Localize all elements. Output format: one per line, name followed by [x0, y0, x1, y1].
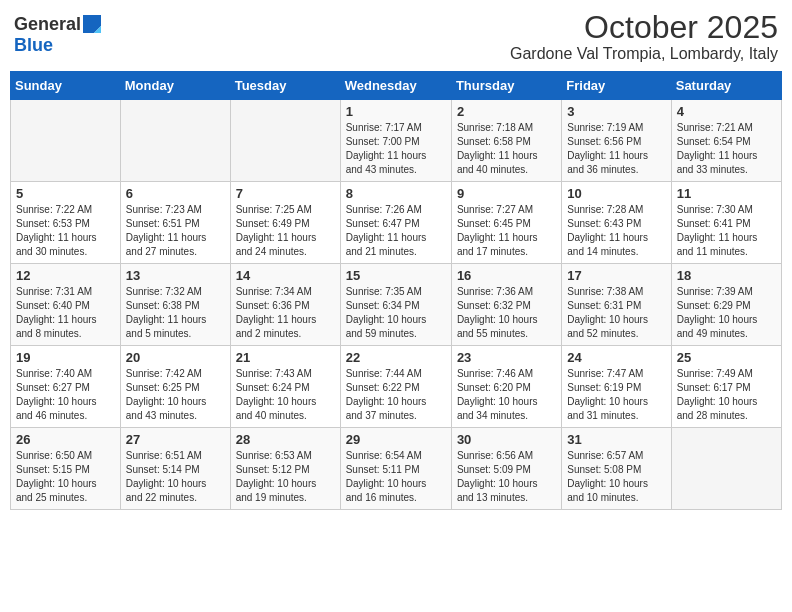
calendar-table: Sunday Monday Tuesday Wednesday Thursday… [10, 71, 782, 510]
day-number: 7 [236, 186, 335, 201]
calendar-cell: 1Sunrise: 7:17 AM Sunset: 7:00 PM Daylig… [340, 100, 451, 182]
day-number: 24 [567, 350, 665, 365]
calendar-cell: 25Sunrise: 7:49 AM Sunset: 6:17 PM Dayli… [671, 346, 781, 428]
calendar-cell: 3Sunrise: 7:19 AM Sunset: 6:56 PM Daylig… [562, 100, 671, 182]
calendar-cell: 12Sunrise: 7:31 AM Sunset: 6:40 PM Dayli… [11, 264, 121, 346]
day-number: 8 [346, 186, 446, 201]
day-number: 12 [16, 268, 115, 283]
calendar-cell: 21Sunrise: 7:43 AM Sunset: 6:24 PM Dayli… [230, 346, 340, 428]
logo: General Blue [14, 14, 101, 56]
day-number: 11 [677, 186, 776, 201]
day-info: Sunrise: 7:46 AM Sunset: 6:20 PM Dayligh… [457, 367, 556, 423]
day-info: Sunrise: 7:36 AM Sunset: 6:32 PM Dayligh… [457, 285, 556, 341]
day-info: Sunrise: 7:19 AM Sunset: 6:56 PM Dayligh… [567, 121, 665, 177]
calendar-week-3: 12Sunrise: 7:31 AM Sunset: 6:40 PM Dayli… [11, 264, 782, 346]
calendar-cell: 29Sunrise: 6:54 AM Sunset: 5:11 PM Dayli… [340, 428, 451, 510]
day-number: 16 [457, 268, 556, 283]
day-info: Sunrise: 7:30 AM Sunset: 6:41 PM Dayligh… [677, 203, 776, 259]
calendar-cell: 13Sunrise: 7:32 AM Sunset: 6:38 PM Dayli… [120, 264, 230, 346]
day-number: 6 [126, 186, 225, 201]
header-saturday: Saturday [671, 72, 781, 100]
day-number: 14 [236, 268, 335, 283]
calendar-header-row: Sunday Monday Tuesday Wednesday Thursday… [11, 72, 782, 100]
day-info: Sunrise: 7:49 AM Sunset: 6:17 PM Dayligh… [677, 367, 776, 423]
day-info: Sunrise: 7:23 AM Sunset: 6:51 PM Dayligh… [126, 203, 225, 259]
day-number: 9 [457, 186, 556, 201]
day-info: Sunrise: 7:22 AM Sunset: 6:53 PM Dayligh… [16, 203, 115, 259]
day-info: Sunrise: 7:47 AM Sunset: 6:19 PM Dayligh… [567, 367, 665, 423]
header-tuesday: Tuesday [230, 72, 340, 100]
day-info: Sunrise: 7:43 AM Sunset: 6:24 PM Dayligh… [236, 367, 335, 423]
day-info: Sunrise: 7:35 AM Sunset: 6:34 PM Dayligh… [346, 285, 446, 341]
day-number: 2 [457, 104, 556, 119]
calendar-cell: 24Sunrise: 7:47 AM Sunset: 6:19 PM Dayli… [562, 346, 671, 428]
calendar-cell: 6Sunrise: 7:23 AM Sunset: 6:51 PM Daylig… [120, 182, 230, 264]
day-info: Sunrise: 7:27 AM Sunset: 6:45 PM Dayligh… [457, 203, 556, 259]
calendar-cell: 5Sunrise: 7:22 AM Sunset: 6:53 PM Daylig… [11, 182, 121, 264]
calendar-cell [671, 428, 781, 510]
day-info: Sunrise: 7:21 AM Sunset: 6:54 PM Dayligh… [677, 121, 776, 177]
calendar-cell: 10Sunrise: 7:28 AM Sunset: 6:43 PM Dayli… [562, 182, 671, 264]
logo-blue-text: Blue [14, 35, 53, 56]
location-title: Gardone Val Trompia, Lombardy, Italy [510, 45, 778, 63]
day-info: Sunrise: 6:53 AM Sunset: 5:12 PM Dayligh… [236, 449, 335, 505]
header-thursday: Thursday [451, 72, 561, 100]
calendar-cell: 22Sunrise: 7:44 AM Sunset: 6:22 PM Dayli… [340, 346, 451, 428]
calendar-cell: 8Sunrise: 7:26 AM Sunset: 6:47 PM Daylig… [340, 182, 451, 264]
day-number: 17 [567, 268, 665, 283]
day-info: Sunrise: 7:44 AM Sunset: 6:22 PM Dayligh… [346, 367, 446, 423]
day-number: 3 [567, 104, 665, 119]
calendar-cell: 7Sunrise: 7:25 AM Sunset: 6:49 PM Daylig… [230, 182, 340, 264]
calendar-cell: 4Sunrise: 7:21 AM Sunset: 6:54 PM Daylig… [671, 100, 781, 182]
calendar-cell: 26Sunrise: 6:50 AM Sunset: 5:15 PM Dayli… [11, 428, 121, 510]
day-info: Sunrise: 7:42 AM Sunset: 6:25 PM Dayligh… [126, 367, 225, 423]
day-info: Sunrise: 6:57 AM Sunset: 5:08 PM Dayligh… [567, 449, 665, 505]
day-info: Sunrise: 7:38 AM Sunset: 6:31 PM Dayligh… [567, 285, 665, 341]
calendar-week-4: 19Sunrise: 7:40 AM Sunset: 6:27 PM Dayli… [11, 346, 782, 428]
day-number: 18 [677, 268, 776, 283]
calendar-cell: 2Sunrise: 7:18 AM Sunset: 6:58 PM Daylig… [451, 100, 561, 182]
day-number: 30 [457, 432, 556, 447]
day-info: Sunrise: 7:40 AM Sunset: 6:27 PM Dayligh… [16, 367, 115, 423]
calendar-week-1: 1Sunrise: 7:17 AM Sunset: 7:00 PM Daylig… [11, 100, 782, 182]
header-friday: Friday [562, 72, 671, 100]
day-info: Sunrise: 6:54 AM Sunset: 5:11 PM Dayligh… [346, 449, 446, 505]
day-number: 21 [236, 350, 335, 365]
calendar-cell: 16Sunrise: 7:36 AM Sunset: 6:32 PM Dayli… [451, 264, 561, 346]
calendar-cell: 31Sunrise: 6:57 AM Sunset: 5:08 PM Dayli… [562, 428, 671, 510]
day-number: 4 [677, 104, 776, 119]
calendar-cell: 23Sunrise: 7:46 AM Sunset: 6:20 PM Dayli… [451, 346, 561, 428]
calendar-week-5: 26Sunrise: 6:50 AM Sunset: 5:15 PM Dayli… [11, 428, 782, 510]
day-number: 26 [16, 432, 115, 447]
day-info: Sunrise: 7:32 AM Sunset: 6:38 PM Dayligh… [126, 285, 225, 341]
day-info: Sunrise: 7:34 AM Sunset: 6:36 PM Dayligh… [236, 285, 335, 341]
logo-icon [83, 15, 101, 33]
calendar-cell: 30Sunrise: 6:56 AM Sunset: 5:09 PM Dayli… [451, 428, 561, 510]
header-wednesday: Wednesday [340, 72, 451, 100]
day-number: 13 [126, 268, 225, 283]
calendar-cell [120, 100, 230, 182]
calendar-cell: 14Sunrise: 7:34 AM Sunset: 6:36 PM Dayli… [230, 264, 340, 346]
day-info: Sunrise: 7:31 AM Sunset: 6:40 PM Dayligh… [16, 285, 115, 341]
day-info: Sunrise: 6:50 AM Sunset: 5:15 PM Dayligh… [16, 449, 115, 505]
logo-general-text: General [14, 14, 81, 35]
header-sunday: Sunday [11, 72, 121, 100]
day-number: 31 [567, 432, 665, 447]
calendar-cell [230, 100, 340, 182]
day-number: 1 [346, 104, 446, 119]
day-number: 15 [346, 268, 446, 283]
day-number: 5 [16, 186, 115, 201]
day-info: Sunrise: 7:26 AM Sunset: 6:47 PM Dayligh… [346, 203, 446, 259]
calendar-cell: 11Sunrise: 7:30 AM Sunset: 6:41 PM Dayli… [671, 182, 781, 264]
title-block: October 2025 Gardone Val Trompia, Lombar… [510, 10, 778, 63]
day-number: 23 [457, 350, 556, 365]
day-number: 19 [16, 350, 115, 365]
day-info: Sunrise: 7:25 AM Sunset: 6:49 PM Dayligh… [236, 203, 335, 259]
header-monday: Monday [120, 72, 230, 100]
day-info: Sunrise: 6:51 AM Sunset: 5:14 PM Dayligh… [126, 449, 225, 505]
day-number: 25 [677, 350, 776, 365]
day-info: Sunrise: 6:56 AM Sunset: 5:09 PM Dayligh… [457, 449, 556, 505]
calendar-week-2: 5Sunrise: 7:22 AM Sunset: 6:53 PM Daylig… [11, 182, 782, 264]
calendar-cell: 27Sunrise: 6:51 AM Sunset: 5:14 PM Dayli… [120, 428, 230, 510]
calendar-cell: 20Sunrise: 7:42 AM Sunset: 6:25 PM Dayli… [120, 346, 230, 428]
